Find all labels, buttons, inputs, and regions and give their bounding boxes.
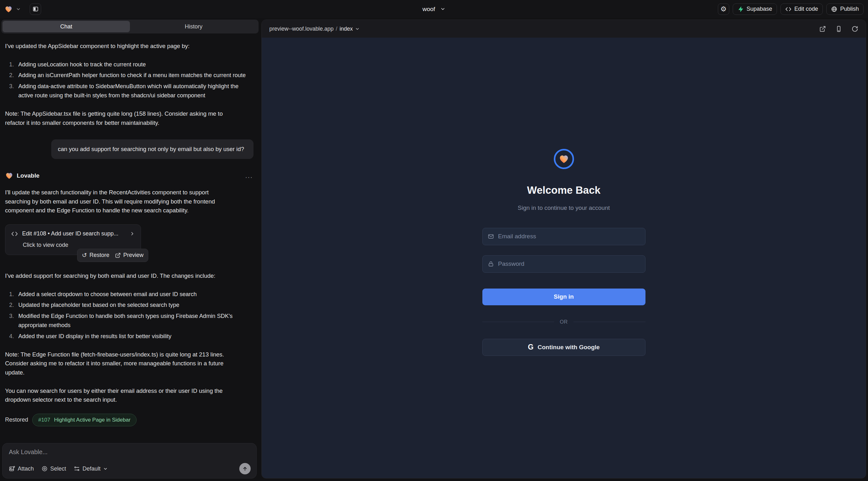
or-divider-label: OR: [560, 319, 568, 325]
list-item: 1.Added a select dropdown to choose betw…: [5, 290, 255, 299]
preview-button[interactable]: Preview: [115, 252, 144, 258]
supabase-button-label: Supabase: [747, 6, 772, 12]
edit-card-hover-toolbar: ↺ Restore Preview: [77, 249, 148, 262]
edit-code-button[interactable]: Edit code: [780, 3, 823, 15]
list-item: 2.Updated the placeholder text based on …: [5, 300, 255, 310]
chevron-right-icon: [130, 231, 135, 236]
chat-mode-selector[interactable]: Default: [74, 466, 108, 472]
list-number: 4.: [5, 332, 18, 341]
project-chevron-down-icon[interactable]: [440, 6, 446, 12]
send-message-button[interactable]: [239, 463, 251, 474]
version-name: Highlight Active Page in Sidebar: [54, 417, 130, 423]
chat-message-list[interactable]: I've updated the AppSidebar component to…: [0, 33, 260, 481]
attach-button-label: Attach: [18, 466, 34, 472]
settings-gear-button[interactable]: ⚙: [718, 3, 729, 15]
list-item: 3.Modified the Edge Function to handle b…: [5, 312, 255, 330]
password-field-wrap: [483, 255, 646, 273]
restored-version-badge[interactable]: #107 Highlight Active Page in Sidebar: [32, 414, 136, 426]
assistant-numbered-list: 1.Added a select dropdown to choose betw…: [5, 290, 255, 341]
list-item: 4.Added the user ID display in the resul…: [5, 332, 255, 341]
workspace-chevron-down-icon[interactable]: [16, 7, 21, 12]
list-text: Added the user ID display in the results…: [18, 332, 171, 341]
assistant-message-header: Lovable ...: [5, 171, 255, 180]
preview-url-selector[interactable]: preview--woof.lovable.app / index: [269, 26, 360, 32]
supabase-bolt-icon: [738, 6, 744, 12]
select-button-label: Select: [50, 466, 66, 472]
mail-icon: [488, 233, 494, 239]
target-icon: [41, 466, 48, 472]
list-item: 2.Adding an isCurrentPath helper functio…: [5, 71, 255, 80]
lock-icon: [488, 261, 494, 267]
list-number: 1.: [5, 290, 18, 299]
chat-panel: Chat History I've updated the AppSidebar…: [0, 18, 260, 481]
list-item: 3.Adding data-active attribute to Sideba…: [5, 82, 255, 100]
external-preview-icon: [115, 253, 121, 258]
assistant-note-paragraph: Note: The AppSidebar.tsx file is getting…: [5, 109, 226, 127]
restored-row: Restored #107 Highlight Active Page in S…: [5, 414, 255, 426]
restored-label: Restored: [5, 417, 28, 423]
google-g-icon: G: [528, 344, 533, 351]
sign-in-button[interactable]: Sign in: [483, 289, 646, 305]
refresh-button[interactable]: [851, 26, 858, 32]
globe-icon: [831, 6, 837, 12]
version-id: #107: [38, 417, 50, 423]
list-number: 3.: [5, 312, 18, 330]
project-name[interactable]: woof: [422, 6, 435, 13]
email-field-wrap: [483, 228, 646, 245]
chevron-down-icon: [103, 467, 108, 471]
restore-button[interactable]: ↺ Restore: [82, 252, 110, 259]
lovable-avatar-heart-icon: [5, 171, 13, 180]
divider-line: [483, 322, 554, 322]
divider-line: [574, 322, 646, 322]
assistant-paragraph: I've added support for searching by both…: [5, 271, 226, 281]
preview-url-page: index: [340, 26, 353, 32]
edit-card-subtitle: Click to view code: [23, 242, 135, 248]
list-number: 2.: [5, 71, 18, 80]
password-field[interactable]: [498, 260, 640, 267]
chat-history-tabs: Chat History: [1, 20, 258, 33]
publish-button[interactable]: Publish: [826, 3, 864, 15]
preview-viewport: Welcome Back Sign in to continue to your…: [262, 38, 866, 478]
message-options-ellipsis-icon[interactable]: ...: [245, 171, 255, 180]
mobile-view-button[interactable]: [835, 26, 842, 32]
top-bar: woof ⚙ Supabase Edit code: [0, 0, 868, 18]
gear-icon: ⚙: [720, 5, 727, 13]
tab-chat[interactable]: Chat: [3, 21, 130, 32]
page-title: Welcome Back: [527, 184, 600, 196]
list-text: Added a select dropdown to choose betwee…: [18, 290, 196, 299]
tab-history[interactable]: History: [130, 21, 257, 32]
lovable-logo-heart-icon[interactable]: [4, 5, 13, 13]
list-number: 1.: [5, 60, 18, 69]
edit-card-wrap: Edit #108 • Add user ID search supp... C…: [5, 224, 141, 255]
or-divider: OR: [483, 319, 646, 325]
preview-url-separator: /: [336, 26, 337, 32]
arrow-up-icon: [242, 466, 248, 472]
preview-header: preview--woof.lovable.app / index: [262, 20, 866, 38]
toggle-sidebar-button[interactable]: [30, 3, 41, 15]
chat-input[interactable]: [9, 448, 251, 463]
assistant-numbered-list: 1.Adding useLocation hook to track the c…: [5, 60, 255, 100]
preview-url-host: preview--woof.lovable.app: [269, 26, 334, 32]
list-text: Adding useLocation hook to track the cur…: [18, 60, 146, 69]
list-number: 3.: [5, 82, 18, 100]
lovable-app-window: woof ⚙ Supabase Edit code: [0, 0, 868, 481]
continue-with-google-button[interactable]: G Continue with Google: [483, 339, 646, 356]
select-element-button[interactable]: Select: [41, 466, 66, 472]
publish-button-label: Publish: [840, 6, 859, 12]
restore-button-label: Restore: [89, 252, 110, 258]
attach-button[interactable]: Attach: [9, 466, 34, 472]
chevron-down-icon: [355, 27, 360, 31]
open-in-new-tab-button[interactable]: [819, 26, 826, 32]
google-button-label: Continue with Google: [538, 344, 600, 351]
code-brackets-icon: [11, 230, 18, 237]
sliders-icon: [74, 466, 80, 472]
edit-code-button-label: Edit code: [794, 6, 818, 12]
list-text: Adding an isCurrentPath helper function …: [18, 71, 246, 80]
preview-panel: preview--woof.lovable.app / index: [261, 20, 866, 478]
attach-image-icon: [9, 466, 15, 472]
assistant-paragraph: I'll update the search functionality in …: [5, 188, 226, 215]
page-subtitle: Sign in to continue to your account: [518, 204, 610, 212]
email-field[interactable]: [498, 233, 640, 240]
edit-card-title: Edit #108 • Add user ID search supp...: [22, 230, 118, 237]
supabase-button[interactable]: Supabase: [733, 3, 777, 15]
